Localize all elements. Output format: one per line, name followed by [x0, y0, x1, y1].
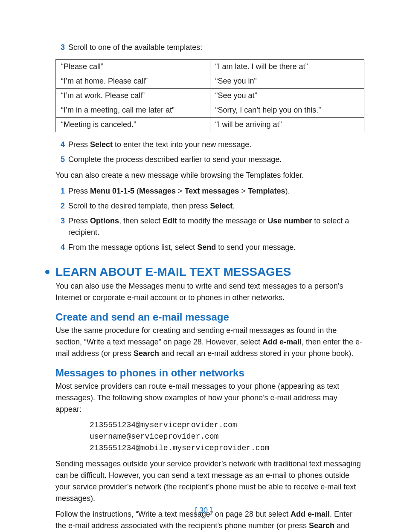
paragraph: Most service providers can route e-mail … — [55, 381, 364, 415]
table-cell: “I’m at home. Please call” — [56, 74, 210, 89]
numbered-step: 1Press Menu 01-1-5 (Messages > Text mess… — [55, 185, 364, 197]
step-text: Scroll to the desired template, then pre… — [68, 200, 364, 212]
heading-create-send-email: Create and send an e-mail message — [55, 311, 364, 323]
step-number: 4 — [55, 242, 65, 253]
page-number: [ 30 ] — [0, 506, 407, 515]
paragraph: You can also create a new message while … — [55, 170, 364, 181]
step-text: Scroll to one of the available templates… — [68, 42, 364, 53]
paragraph: You can also use the Messages menu to wr… — [55, 280, 364, 304]
step-number: 3 — [55, 42, 65, 53]
heading-text: LEARN ABOUT E-MAIL TEXT MESSAGES — [55, 265, 291, 279]
table-cell: “I will be arriving at” — [210, 118, 364, 132]
table-row: “Please call”“I am late. I will be there… — [56, 60, 364, 74]
email-examples: 2135551234@myserviceprovider.com usernam… — [90, 419, 364, 454]
step-number: 3 — [55, 215, 65, 227]
step-text: Press Menu 01-1-5 (Messages > Text messa… — [68, 185, 364, 197]
table-cell: “See you at” — [210, 89, 364, 103]
templates-table: “Please call”“I am late. I will be there… — [55, 59, 364, 132]
table-cell: “I’m in a meeting, call me later at” — [56, 103, 210, 118]
paragraph: Use the same procedure for creating and … — [55, 325, 364, 359]
numbered-step: 5Complete the process described earlier … — [55, 154, 364, 165]
bullet-icon — [45, 270, 49, 274]
table-cell: “I’m at work. Please call” — [56, 89, 210, 103]
table-cell: “Meeting is canceled.” — [56, 118, 210, 132]
step-text: Press Options, then select Edit to modif… — [68, 215, 364, 238]
table-row: “I’m in a meeting, call me later at”“Sor… — [56, 103, 364, 118]
step-text: Press Select to enter the text into your… — [68, 139, 364, 150]
table-row: “I’m at home. Please call”“See you in” — [56, 74, 364, 89]
page: 3Scroll to one of the available template… — [0, 0, 407, 532]
step-text: From the message options list, select Se… — [68, 242, 364, 253]
table-row: “Meeting is canceled.”“I will be arrivin… — [56, 118, 364, 132]
step-number: 4 — [55, 139, 65, 150]
paragraph: Sending messages outside your service pr… — [55, 458, 364, 504]
step-number: 5 — [55, 154, 65, 165]
numbered-step: 3Press Options, then select Edit to modi… — [55, 215, 364, 238]
numbered-step: 4From the message options list, select S… — [55, 242, 364, 253]
heading-messages-other-networks: Messages to phones in other networks — [55, 367, 364, 379]
table-cell: “I am late. I will be there at” — [210, 60, 364, 74]
numbered-step: 4Press Select to enter the text into you… — [55, 139, 364, 150]
step-number: 2 — [55, 200, 65, 212]
table-row: “I’m at work. Please call”“See you at” — [56, 89, 364, 103]
table-cell: “Please call” — [56, 60, 210, 74]
table-cell: “Sorry, I can’t help you on this.” — [210, 103, 364, 118]
table-cell: “See you in” — [210, 74, 364, 89]
step-number: 1 — [55, 185, 65, 197]
numbered-step: 3Scroll to one of the available template… — [55, 42, 364, 53]
numbered-step: 2Scroll to the desired template, then pr… — [55, 200, 364, 212]
heading-learn-about-email: LEARN ABOUT E-MAIL TEXT MESSAGES — [55, 265, 364, 279]
step-text: Complete the process described earlier t… — [68, 154, 364, 165]
